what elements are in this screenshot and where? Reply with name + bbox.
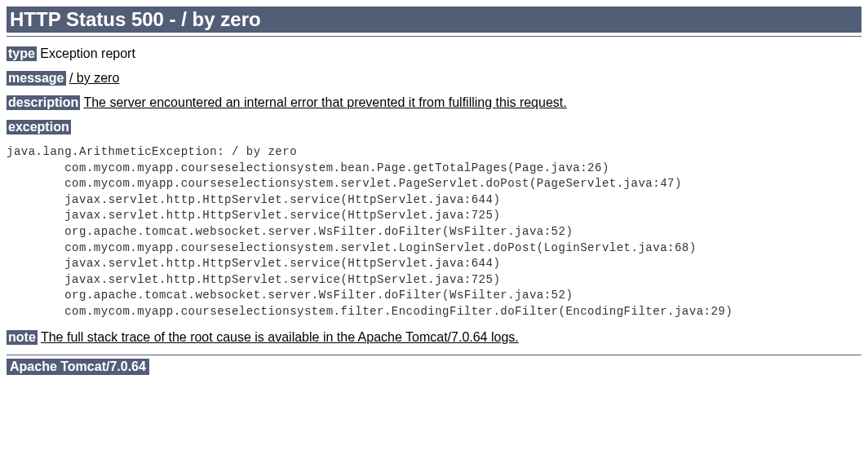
- note-label: note: [7, 330, 38, 345]
- type-row: type Exception report: [7, 46, 861, 61]
- server-footer: Apache Tomcat/7.0.64: [7, 359, 149, 375]
- exception-label: exception: [7, 120, 71, 134]
- divider: [7, 355, 861, 355]
- description-row: description The server encountered an in…: [7, 95, 861, 110]
- type-label: type: [7, 46, 37, 61]
- divider: [7, 36, 861, 37]
- description-label: description: [7, 95, 80, 110]
- exception-row: exception: [7, 120, 861, 134]
- stacktrace: java.lang.ArithmeticException: / by zero…: [7, 144, 861, 320]
- message-row: message / by zero: [7, 71, 861, 86]
- message-label: message: [7, 71, 66, 86]
- type-value: Exception report: [40, 46, 135, 60]
- message-value: / by zero: [69, 71, 119, 85]
- description-value: The server encountered an internal error…: [83, 95, 566, 109]
- note-value: The full stack trace of the root cause i…: [41, 330, 519, 344]
- page-title: HTTP Status 500 - / by zero: [7, 7, 861, 33]
- note-row: note The full stack trace of the root ca…: [7, 330, 861, 345]
